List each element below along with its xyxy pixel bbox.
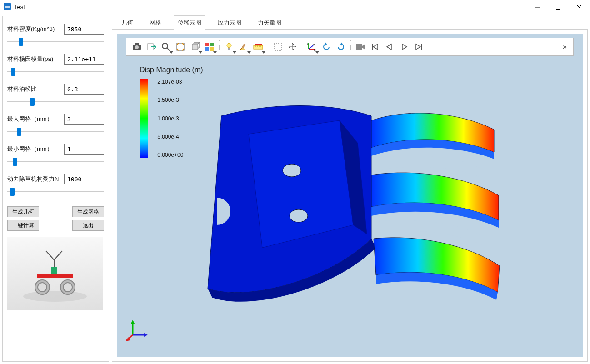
screenshot-icon[interactable] — [130, 40, 144, 54]
minmesh-input[interactable] — [64, 144, 104, 155]
skip-first-icon[interactable] — [368, 40, 382, 54]
svg-text:y: y — [313, 43, 315, 46]
svg-text:+: + — [164, 44, 166, 48]
tab-mesh[interactable]: 网格 — [145, 15, 165, 30]
svg-point-5 — [23, 291, 87, 302]
svg-rect-6 — [37, 274, 73, 278]
maximize-button[interactable] — [548, 0, 569, 14]
svg-text:x: x — [314, 48, 316, 51]
legend-tick: 0.000e+00 — [150, 152, 183, 158]
tab-force-vector[interactable]: 力矢量图 — [254, 15, 285, 30]
svg-point-10 — [63, 283, 72, 292]
rotate-cw-icon[interactable] — [334, 40, 348, 54]
generate-mesh-button[interactable]: 生成网格 — [72, 206, 104, 217]
export-icon[interactable] — [145, 40, 158, 54]
svg-rect-14 — [135, 43, 139, 45]
svg-text:z: z — [307, 42, 309, 45]
svg-line-17 — [167, 48, 170, 51]
fea-result-render — [194, 89, 503, 316]
model-thumbnail — [7, 237, 103, 310]
poisson-slider[interactable] — [7, 97, 104, 106]
exit-button[interactable]: 退出 — [72, 220, 104, 231]
result-tabbar: 几何 网格 位移云图 应力云图 力矢量图 — [112, 16, 588, 30]
svg-point-25 — [227, 43, 231, 48]
youngs-slider[interactable] — [7, 67, 104, 76]
color-palette-icon[interactable] — [203, 40, 216, 54]
viewer-toolbar: + zxy — [126, 38, 574, 56]
generate-geometry-button[interactable]: 生成几何 — [7, 206, 39, 217]
3d-viewport[interactable]: + zxy — [117, 34, 583, 357]
box-select-icon[interactable] — [271, 40, 285, 54]
axis-orient-icon[interactable]: zxy — [305, 40, 319, 54]
tab-stress[interactable]: 应力云图 — [214, 15, 245, 30]
legend-tick: 1.500e-3 — [150, 97, 183, 103]
zoom-icon[interactable]: + — [159, 40, 173, 54]
clear-icon[interactable] — [237, 40, 250, 54]
rotate-ccw-icon[interactable] — [320, 40, 333, 54]
force-label: 动力除草机构受力N — [7, 175, 59, 183]
svg-point-13 — [135, 45, 139, 49]
tab-displacement[interactable]: 位移云图 — [174, 15, 205, 30]
close-button[interactable] — [569, 0, 590, 14]
svg-point-40 — [283, 164, 301, 177]
legend-tick: 1.000e-3 — [150, 115, 183, 122]
step-back-icon[interactable] — [383, 40, 396, 54]
svg-rect-26 — [228, 48, 230, 50]
density-input[interactable] — [64, 24, 104, 35]
view-cube-icon[interactable] — [188, 40, 202, 54]
svg-rect-30 — [274, 43, 281, 50]
svg-rect-27 — [242, 44, 245, 49]
maxmesh-label: 最大网格（mm） — [7, 115, 53, 123]
svg-rect-2 — [556, 5, 560, 9]
poisson-label: 材料泊松比 — [7, 85, 37, 93]
axis-triad-icon — [126, 319, 149, 343]
density-label: 材料密度(Kg/m^3) — [7, 25, 55, 33]
tab-geometry[interactable]: 几何 — [117, 15, 137, 30]
compute-button[interactable]: 一键计算 — [7, 220, 39, 231]
color-legend: Disp Magnitude (m) 2.107e-03 1.500e-3 1.… — [140, 66, 203, 158]
minimize-button[interactable] — [527, 0, 548, 14]
svg-marker-45 — [144, 333, 148, 337]
animation-camera-icon[interactable] — [354, 40, 367, 54]
maxmesh-slider[interactable] — [7, 127, 104, 136]
legend-tick: 5.000e-4 — [150, 134, 183, 140]
svg-line-33 — [309, 45, 313, 49]
svg-rect-20 — [192, 44, 198, 50]
youngs-input[interactable] — [64, 54, 104, 65]
step-forward-icon[interactable] — [412, 40, 425, 54]
youngs-label: 材料杨氏模量(pa) — [7, 55, 53, 63]
ruler-icon[interactable] — [251, 40, 265, 54]
force-input[interactable] — [64, 174, 104, 184]
force-slider[interactable] — [7, 187, 104, 196]
svg-rect-23 — [205, 47, 209, 51]
maxmesh-input[interactable] — [64, 114, 104, 125]
svg-rect-11 — [51, 267, 57, 274]
svg-rect-37 — [356, 44, 362, 50]
svg-rect-21 — [205, 43, 209, 46]
minmesh-slider[interactable] — [7, 157, 104, 166]
legend-colorbar — [140, 79, 148, 158]
window-title: Test — [14, 4, 25, 10]
lighting-icon[interactable] — [222, 40, 236, 54]
poisson-input[interactable] — [64, 84, 104, 95]
app-icon — [3, 2, 11, 12]
svg-point-41 — [290, 209, 308, 222]
parameter-panel: 材料密度(Kg/m^3) 材料杨氏模量(pa) 材料泊松比 最大网格（ — [2, 16, 109, 362]
legend-tick: 2.107e-03 — [150, 79, 183, 85]
density-slider[interactable] — [7, 37, 104, 46]
svg-rect-24 — [210, 47, 214, 51]
svg-rect-28 — [254, 45, 263, 49]
svg-marker-43 — [131, 320, 135, 324]
svg-point-8 — [38, 283, 47, 292]
play-icon[interactable] — [397, 40, 411, 54]
svg-rect-22 — [210, 43, 214, 46]
toolbar-overflow-icon[interactable]: » — [560, 43, 570, 51]
minmesh-label: 最小网格（mm） — [7, 145, 53, 153]
fit-view-icon[interactable] — [174, 40, 187, 54]
pan-icon[interactable] — [285, 40, 299, 54]
legend-title: Disp Magnitude (m) — [140, 66, 203, 74]
